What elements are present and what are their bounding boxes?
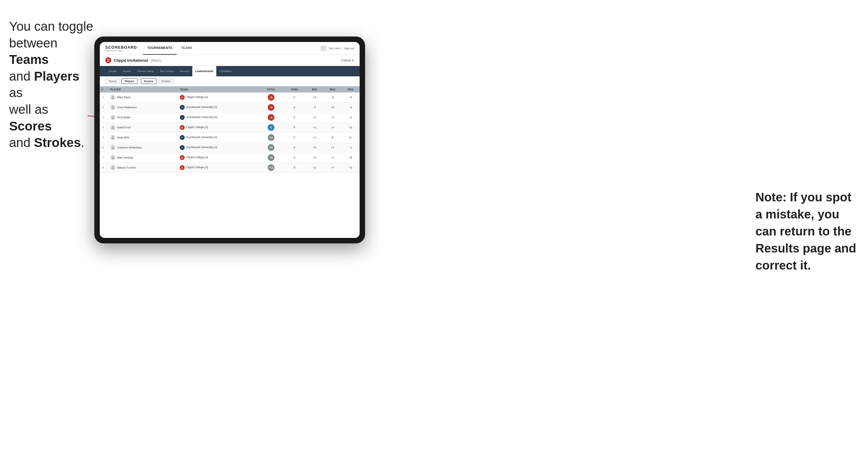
player-avatar (110, 135, 116, 140)
cell-rank: 5 (100, 133, 108, 143)
svg-point-6 (112, 146, 114, 148)
sub-nav-teams[interactable]: Teams (120, 66, 134, 76)
teams-bold: Teams (9, 52, 49, 67)
player-name: Rich Butler (117, 116, 130, 119)
player-name: David Ford (117, 126, 130, 129)
cell-team: CClippd College [A] (178, 123, 258, 133)
sub-nav-results[interactable]: Results (177, 66, 192, 76)
toggle-strokes[interactable]: Strokes (158, 79, 174, 84)
sub-nav-details[interactable]: Details (105, 66, 120, 76)
sub-nav-leaderboards[interactable]: Leaderboards (192, 66, 217, 76)
team-name: Scoreboard University [A] (186, 116, 217, 119)
tournament-title: C Clippd Invitational (Men) (105, 57, 161, 63)
col-team: TEAM (178, 86, 258, 92)
nav-links: TOURNAMENTS TEAMS (143, 42, 321, 55)
cell-rd2: +2 (324, 143, 342, 153)
team-name: Scoreboard University [A] (186, 105, 217, 108)
strokes-bold: Strokes (34, 135, 81, 150)
cell-rd3: +3 (342, 123, 360, 133)
cell-total: -2 (259, 113, 284, 123)
logo-area: SCOREBOARD Powered by clippd (105, 45, 137, 52)
top-nav: SCOREBOARD Powered by clippd TOURNAMENTS… (100, 42, 360, 55)
cell-rd2: E (324, 133, 342, 143)
logo-sub: Powered by clippd (105, 50, 137, 52)
col-rd3: RD3 (342, 86, 360, 92)
team-name: Clippd College [A] (186, 166, 208, 169)
team-logo: C (180, 125, 185, 130)
table-row: 3 Rich Butler ≡Scoreboard University [A]… (100, 113, 360, 123)
total-badge: E (268, 124, 274, 131)
nav-tournaments[interactable]: TOURNAMENTS (143, 42, 177, 55)
sub-nav-course-setup[interactable]: Course Setup (134, 66, 157, 76)
team-logo: C (180, 165, 185, 170)
tournament-header: C Clippd Invitational (Men) Cancel ✕ (100, 55, 360, 66)
cell-player: Blair McHarg (108, 153, 178, 163)
total-badge: -8 (268, 94, 274, 101)
svg-point-7 (112, 156, 114, 158)
cell-rank: 4 (100, 123, 108, 133)
player-avatar (110, 145, 116, 150)
players-bold: Players (34, 69, 80, 83)
sign-out-link[interactable]: Sign out (344, 47, 354, 50)
cell-thru: F (284, 102, 306, 113)
note-label: Note: If you spot a mistake, you can ret… (755, 190, 856, 272)
cell-team: ≡Scoreboard University [A] (178, 143, 258, 153)
cell-rd3: -5 (342, 92, 360, 102)
total-badge: +9 (268, 154, 274, 161)
cell-rd1: +2 (306, 153, 324, 163)
col-rd1: RD1 (306, 86, 324, 92)
cell-player: Rees Britt (108, 133, 178, 143)
cell-rd3: E (342, 133, 360, 143)
cell-rd1: -5 (306, 102, 324, 113)
sub-nav-printables[interactable]: Printables (216, 66, 235, 76)
cancel-button[interactable]: Cancel ✕ (341, 59, 354, 62)
total-badge: +11 (268, 164, 274, 171)
cell-player: David Ford (108, 123, 178, 133)
cell-player: Chris Robertson (108, 102, 178, 113)
cell-rd3: -1 (342, 143, 360, 153)
cell-team: CClippd College [A] (178, 92, 258, 102)
player-avatar (110, 155, 116, 160)
sub-nav: Details Teams Course Setup Tee Groups Re… (100, 66, 360, 76)
cell-thru: F (284, 143, 306, 153)
cell-thru: F (284, 92, 306, 102)
table-body: 1 Elliot Ebert CClippd College [A]-8F+3-… (100, 92, 360, 173)
table-row: 2 Chris Robertson ≡Scoreboard University… (100, 102, 360, 113)
cell-team: ≡Scoreboard University [A] (178, 133, 258, 143)
cell-rd1: +1 (306, 113, 324, 123)
team-logo: ≡ (180, 135, 185, 140)
col-total: TOTAL (259, 86, 284, 92)
player-name: Cameron Robertson (117, 146, 142, 149)
svg-point-4 (112, 126, 114, 127)
cell-player: Rich Butler (108, 113, 178, 123)
svg-point-8 (112, 166, 114, 168)
cell-rd3: -4 (342, 102, 360, 113)
toggle-teams[interactable]: Teams (105, 79, 120, 84)
cell-total: -4 (259, 102, 284, 113)
svg-point-1 (112, 96, 114, 97)
cell-player: Elliot Ebert (108, 92, 178, 102)
table-row: 7 Blair McHarg CClippd College [A]+9F+2+… (100, 153, 360, 163)
cell-thru: F (284, 113, 306, 123)
cell-rank: 2 (100, 102, 108, 113)
team-name: Scoreboard University [A] (186, 136, 217, 139)
toggle-players[interactable]: Players (121, 79, 138, 84)
cell-total: +9 (259, 153, 284, 163)
total-badge: -2 (268, 114, 274, 121)
toggle-scores[interactable]: Scores (141, 79, 157, 84)
sub-nav-tee-groups[interactable]: Tee Groups (157, 66, 177, 76)
player-avatar (110, 115, 116, 120)
total-badge: +6 (268, 144, 274, 151)
cell-thru: F (284, 133, 306, 143)
cell-total: +11 (259, 163, 284, 173)
table-row: 4 David Ford CClippd College [A]EF+1-4+3 (100, 123, 360, 133)
table-row: 8 Marcus Turners CClippd College [A]+11F… (100, 163, 360, 173)
nav-teams[interactable]: TEAMS (177, 42, 197, 55)
svg-point-3 (112, 116, 114, 118)
cell-rd2: -2 (324, 113, 342, 123)
user-label: Test User | (329, 47, 342, 50)
total-badge: +1 (268, 134, 274, 141)
scores-bold: Scores (9, 119, 52, 133)
cell-total: +6 (259, 143, 284, 153)
cell-rd2: +1 (324, 153, 342, 163)
